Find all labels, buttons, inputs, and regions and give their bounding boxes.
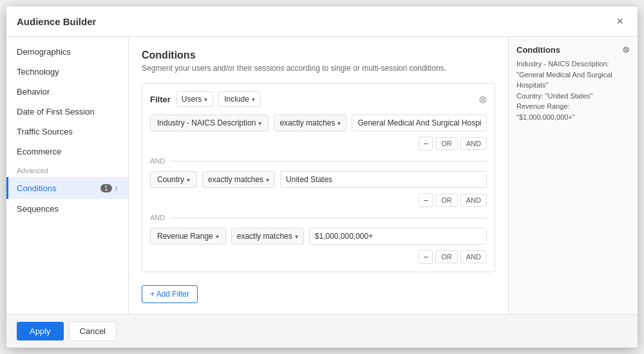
field-dropdown-1[interactable]: Industry - NAICS Description ▾: [150, 115, 269, 131]
value-input-3[interactable]: [309, 228, 487, 245]
sidebar: Demographics Technology Behavior Date of…: [6, 37, 129, 314]
conditions-title: Conditions: [142, 50, 495, 61]
conditions-subtitle: Segment your users and/or their sessions…: [142, 64, 495, 73]
conditions-panel: Conditions Segment your users and/or the…: [129, 37, 509, 314]
operator-3-chevron: ▾: [295, 233, 298, 240]
close-button[interactable]: ×: [612, 14, 627, 28]
users-dropdown-chevron: ▾: [204, 96, 207, 103]
operator-dropdown-3[interactable]: exactly matches ▾: [231, 228, 304, 245]
or-button-2[interactable]: OR: [435, 194, 458, 207]
minus-button-1[interactable]: −: [419, 136, 433, 151]
sidebar-item-ecommerce[interactable]: Ecommerce: [6, 142, 128, 162]
sidebar-item-behavior[interactable]: Behavior: [6, 82, 128, 102]
modal-header: Audience Builder ×: [6, 6, 638, 37]
operator-2-chevron: ▾: [266, 176, 269, 183]
field-3-chevron: ▾: [216, 233, 219, 240]
or-button-1[interactable]: OR: [435, 137, 458, 150]
and-button-1[interactable]: AND: [460, 137, 487, 150]
include-dropdown[interactable]: Include ▾: [218, 91, 261, 107]
sidebar-item-conditions[interactable]: Conditions 1 ›: [6, 177, 128, 199]
condition-row-3: Revenue Range ▾ exactly matches ▾: [150, 228, 487, 264]
modal-title: Audience Builder: [17, 16, 96, 27]
field-dropdown-2[interactable]: Country ▾: [150, 171, 197, 188]
users-dropdown[interactable]: Users ▾: [176, 91, 213, 107]
condition-row-2: Country ▾ exactly matches ▾ −: [150, 171, 487, 207]
operator-1-chevron: ▾: [337, 120, 341, 127]
field-2-chevron: ▾: [187, 176, 190, 183]
minus-button-2[interactable]: −: [419, 193, 433, 207]
minus-button-3[interactable]: −: [419, 250, 433, 264]
sidebar-item-demographics[interactable]: Demographics: [6, 42, 128, 62]
field-dropdown-3[interactable]: Revenue Range ▾: [150, 228, 226, 245]
value-input-2[interactable]: [280, 171, 487, 188]
sidebar-item-technology[interactable]: Technology: [6, 62, 128, 82]
operator-dropdown-1[interactable]: exactly matches ▾: [274, 115, 346, 131]
conditions-arrow: ›: [115, 182, 118, 194]
include-dropdown-chevron: ▾: [252, 96, 255, 103]
and-button-2[interactable]: AND: [460, 194, 487, 207]
field-1-chevron: ▾: [258, 120, 261, 127]
filter-block: Filter Users ▾ Include ▾ ⊗: [142, 83, 495, 272]
operator-dropdown-2[interactable]: exactly matches ▾: [202, 171, 275, 188]
right-panel-close-icon[interactable]: ⊗: [622, 44, 630, 55]
value-input-1[interactable]: [352, 115, 487, 131]
right-panel-title: Conditions ⊗: [516, 44, 630, 55]
apply-button[interactable]: Apply: [17, 322, 64, 340]
conditions-badge: 1: [100, 184, 112, 192]
and-separator-1: AND: [150, 157, 487, 165]
cancel-button[interactable]: Cancel: [69, 321, 117, 341]
modal-footer: Apply Cancel: [6, 314, 638, 348]
advanced-section-label: Advanced: [6, 162, 128, 177]
condition-row-1: Industry - NAICS Description ▾ exactly m…: [150, 115, 487, 151]
audience-builder-modal: Audience Builder × Demographics Technolo…: [6, 6, 638, 348]
and-button-3[interactable]: AND: [460, 250, 487, 263]
sidebar-item-date-of-first-session[interactable]: Date of First Session: [6, 102, 128, 122]
filter-label: Filter: [150, 95, 171, 104]
right-panel: Conditions ⊗ Industry - NAICS Descriptio…: [509, 37, 638, 314]
modal-body: Demographics Technology Behavior Date of…: [6, 37, 638, 314]
and-separator-2: AND: [150, 214, 487, 221]
add-filter-button[interactable]: + Add Filter: [142, 285, 198, 303]
sidebar-item-traffic-sources[interactable]: Traffic Sources: [6, 122, 128, 142]
filter-close-icon[interactable]: ⊗: [478, 93, 487, 106]
main-content: Conditions Segment your users and/or the…: [129, 37, 638, 314]
sidebar-item-sequences[interactable]: Sequences: [6, 199, 128, 219]
right-panel-text: Industry - NAICS Description: "General M…: [516, 59, 630, 122]
or-button-3[interactable]: OR: [435, 250, 458, 263]
filter-header: Filter Users ▾ Include ▾ ⊗: [150, 91, 487, 107]
